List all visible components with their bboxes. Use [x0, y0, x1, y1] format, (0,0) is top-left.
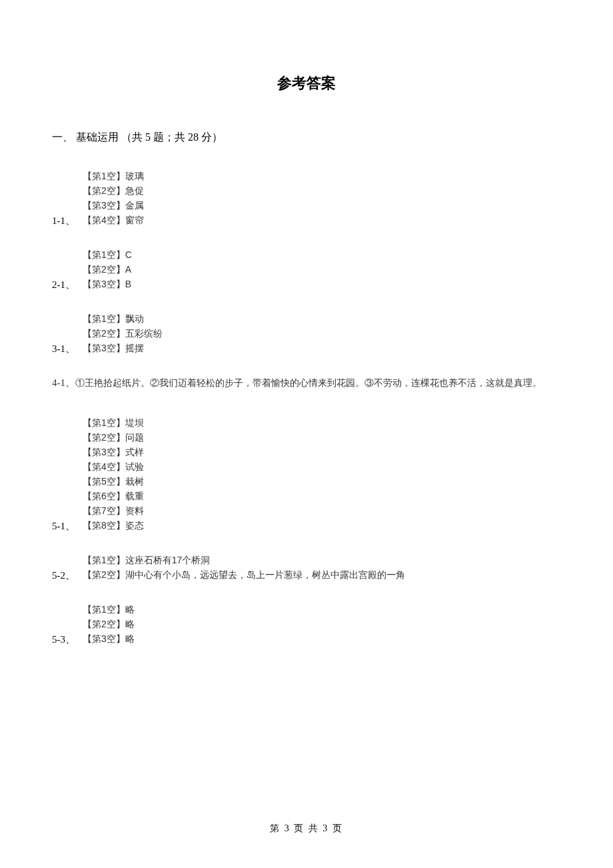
- question-number: 5-3、: [52, 633, 75, 646]
- question-3-1: 【第1空】飘动 【第2空】五彩缤纷 【第3空】摇摆 3-1、: [52, 311, 561, 355]
- question-1-1: 【第1空】玻璃 【第2空】急促 【第3空】金属 【第4空】窗帘 1-1、: [52, 169, 561, 227]
- answer-line: 【第2空】急促: [83, 183, 561, 198]
- question-number: 1-1、: [52, 215, 75, 227]
- answer-line: 【第3空】摇摆: [83, 341, 561, 355]
- question-2-1: 【第1空】C 【第2空】A 【第3空】B 2-1、: [52, 247, 561, 291]
- question-number: 3-1、: [52, 343, 75, 355]
- question-number: 4-1、: [52, 377, 75, 388]
- answer-line: 【第1空】玻璃: [83, 169, 561, 183]
- answer-line: 【第3空】金属: [83, 198, 561, 213]
- answer-line: 【第3空】式样: [83, 445, 561, 459]
- answer-line: 【第1空】略: [83, 602, 561, 617]
- answer-line: 【第5空】栽树: [83, 474, 561, 489]
- question-number: 2-1、: [52, 279, 75, 291]
- question-number: 5-2、: [52, 569, 75, 582]
- answer-text: ①王艳拾起纸片。②我们迈着轻松的步子，带着愉快的心情来到花园。③不劳动，连棵花也…: [75, 377, 542, 388]
- answer-line: 【第1空】堤坝: [83, 415, 561, 430]
- answer-line: 【第2空】湖中心有个小岛，远远望去，岛上一片葱绿，树丛中露出宫殿的一角: [83, 567, 561, 582]
- question-5-2: 【第1空】这座石桥有17个桥洞 【第2空】湖中心有个小岛，远远望去，岛上一片葱绿…: [52, 553, 561, 582]
- answer-line: 【第3空】略: [83, 631, 561, 646]
- section-heading: 一、 基础运用 （共 5 题；共 28 分）: [52, 131, 561, 145]
- answer-line: 【第8空】姿态: [83, 518, 561, 533]
- answer-line: 【第4空】试验: [83, 459, 561, 474]
- answer-line: 【第4空】窗帘: [83, 213, 561, 227]
- answer-line: 【第1空】飘动: [83, 311, 561, 326]
- question-5-1: 【第1空】堤坝 【第2空】问题 【第3空】式样 【第4空】试验 【第5空】栽树 …: [52, 415, 561, 533]
- answer-line: 【第2空】问题: [83, 430, 561, 445]
- answer-line: 【第7空】资料: [83, 503, 561, 518]
- page-title: 参考答案: [52, 73, 561, 93]
- page-footer: 第 3 页 共 3 页: [0, 823, 613, 835]
- answer-line: 【第1空】这座石桥有17个桥洞: [83, 553, 561, 567]
- answer-line: 【第2空】五彩缤纷: [83, 326, 561, 341]
- question-4-1: 4-1、①王艳拾起纸片。②我们迈着轻松的步子，带着愉快的心情来到花园。③不劳动，…: [52, 375, 561, 390]
- answer-line: 【第6空】载重: [83, 489, 561, 503]
- answer-line: 【第3空】B: [83, 277, 561, 291]
- question-5-3: 【第1空】略 【第2空】略 【第3空】略 5-3、: [52, 602, 561, 646]
- answer-line: 【第1空】C: [83, 247, 561, 262]
- answer-line: 【第2空】略: [83, 617, 561, 631]
- question-number: 5-1、: [52, 520, 75, 533]
- answer-line: 【第2空】A: [83, 262, 561, 277]
